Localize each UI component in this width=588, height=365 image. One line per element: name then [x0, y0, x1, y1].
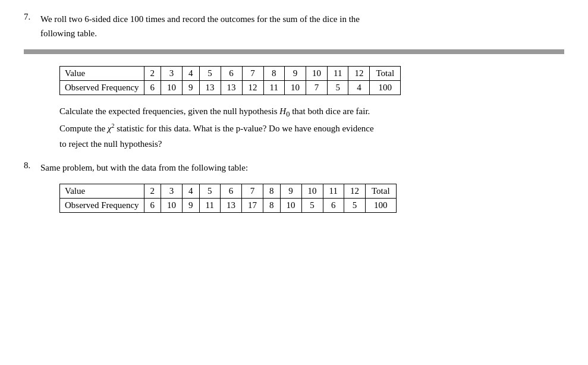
table-2-col-10: 10: [301, 184, 323, 199]
table-2-val-6: 13: [221, 199, 242, 213]
table-1-val-8: 11: [263, 81, 284, 95]
table-1-col-12: 12: [348, 67, 370, 81]
table-1-col-9: 9: [285, 67, 306, 81]
problem-7-header: 7. We roll two 6-sided dice 100 times an…: [24, 12, 564, 40]
problem-7-intro: We roll two 6-sided dice 100 times and r…: [40, 12, 360, 40]
table-1-col-total: Total: [370, 67, 401, 81]
problem-8-text: Same problem, but with the data from the…: [40, 161, 248, 175]
table-2-val-2: 6: [144, 199, 161, 213]
table-2-col-9: 9: [280, 184, 301, 199]
table-2-val-12: 5: [344, 199, 365, 213]
table-1-val-4: 9: [183, 81, 200, 95]
table-2-container: Value 2 3 4 5 6 7 8 9 10 11 12 Total Obs…: [59, 184, 564, 213]
table-2-val-7: 17: [242, 199, 263, 213]
table-2-col-2: 2: [144, 184, 161, 199]
table-1-row-label: Observed Frequency: [60, 81, 144, 95]
table-1-header-row: Value 2 3 4 5 6 7 8 9 10 11 12 Total: [60, 67, 401, 81]
problem-7-number: 7.: [24, 12, 36, 40]
table-1-container: Value 2 3 4 5 6 7 8 9 10 11 12 Total Obs…: [59, 66, 564, 95]
table-1-col-5: 5: [199, 67, 221, 81]
description-line1: Calculate the expected frequencies, give…: [59, 106, 370, 116]
table-2-val-5: 11: [199, 199, 220, 213]
table-2-row-label: Observed Frequency: [60, 199, 144, 213]
description-line3: to reject the null hypothesis?: [59, 139, 162, 149]
table-2-val-total: 100: [365, 199, 396, 213]
table-1-col-7: 7: [242, 67, 263, 81]
table-2: Value 2 3 4 5 6 7 8 9 10 11 12 Total Obs…: [59, 184, 397, 213]
table-2-col-total: Total: [365, 184, 396, 199]
table-1-val-7: 12: [242, 81, 263, 95]
table-2-col-11: 11: [323, 184, 344, 199]
problem-7-description: Calculate the expected frequencies, give…: [59, 104, 564, 152]
table-2-val-10: 5: [301, 199, 323, 213]
section-divider: [24, 49, 564, 54]
table-2-col-5: 5: [199, 184, 220, 199]
table-2-val-11: 6: [323, 199, 344, 213]
table-2-col-3: 3: [161, 184, 183, 199]
description-line2: Compute the χ2 statistic for this data. …: [59, 124, 374, 133]
table-2-val-4: 9: [183, 199, 200, 213]
table-1-col-2: 2: [144, 67, 161, 81]
table-1-col-4: 4: [183, 67, 200, 81]
table-2-col-label: Value: [60, 184, 144, 199]
problem-7: 7. We roll two 6-sided dice 100 times an…: [24, 12, 564, 40]
problem-8: 8. Same problem, but with the data from …: [24, 161, 564, 213]
table-1-col-10: 10: [306, 67, 328, 81]
table-1-col-6: 6: [221, 67, 242, 81]
table-1-val-2: 6: [144, 81, 161, 95]
table-1-col-11: 11: [328, 67, 348, 81]
table-1-val-total: 100: [370, 81, 401, 95]
table-1-col-label: Value: [60, 67, 144, 81]
problem-8-number: 8.: [24, 161, 36, 175]
table-1-col-3: 3: [161, 67, 183, 81]
table-2-col-8: 8: [263, 184, 281, 199]
table-1-val-6: 13: [221, 81, 242, 95]
problem-7-following-text: following table.: [40, 29, 97, 38]
problem-7-intro-text: We roll two 6-sided dice 100 times and r…: [40, 14, 360, 24]
table-1-val-12: 4: [348, 81, 370, 95]
table-1-val-3: 10: [161, 81, 183, 95]
table-1: Value 2 3 4 5 6 7 8 9 10 11 12 Total Obs…: [59, 66, 401, 95]
table-2-header-row: Value 2 3 4 5 6 7 8 9 10 11 12 Total: [60, 184, 397, 199]
table-2-col-6: 6: [221, 184, 242, 199]
table-1-val-9: 10: [285, 81, 306, 95]
table-2-val-3: 10: [161, 199, 183, 213]
table-2-col-4: 4: [183, 184, 200, 199]
table-2-col-7: 7: [242, 184, 263, 199]
problem-8-header: 8. Same problem, but with the data from …: [24, 161, 564, 175]
table-2-col-12: 12: [344, 184, 365, 199]
table-1-val-5: 13: [199, 81, 221, 95]
table-2-val-8: 8: [263, 199, 281, 213]
table-1-data-row: Observed Frequency 6 10 9 13 13 12 11 10…: [60, 81, 401, 95]
table-1-col-8: 8: [263, 67, 284, 81]
table-2-data-row: Observed Frequency 6 10 9 11 13 17 8 10 …: [60, 199, 397, 213]
table-1-val-10: 7: [306, 81, 328, 95]
table-2-val-9: 10: [280, 199, 301, 213]
table-1-val-11: 5: [328, 81, 348, 95]
